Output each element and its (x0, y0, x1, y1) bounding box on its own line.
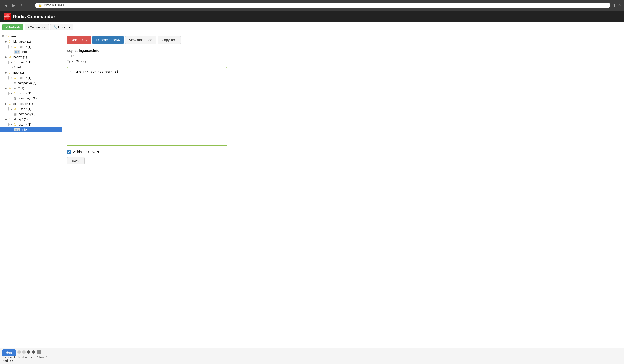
copy-text-button[interactable]: Copy Text (158, 36, 181, 44)
home-button[interactable]: ⌂ (27, 3, 33, 8)
type-label: Type: (67, 59, 75, 63)
sidebar-item-sortedset-user[interactable]: ├ ▶ 🗂 user:* (1) (0, 106, 62, 111)
validate-json-label: Validate as JSON (73, 150, 99, 154)
item-label-string-user: user:* (1) (19, 123, 31, 126)
star-icon[interactable]: ☆ (618, 3, 621, 8)
refresh-button[interactable]: ✓ Refresh (2, 24, 23, 30)
app-logo: Redis Commander (4, 13, 55, 20)
value-editor[interactable] (67, 67, 227, 146)
sidebar-item-list[interactable]: ▶ 🗂 list:* (1) (0, 70, 62, 75)
item-icon-list-user: 🗂 (13, 76, 17, 80)
commands-button[interactable]: ℹ Commands (25, 24, 49, 30)
chevron-down-icon: ▾ (69, 25, 70, 29)
item-icon-sortedset-user-companys: ▦ (14, 112, 17, 116)
address-bar[interactable]: 🔒 127.0.0.1:8081 (35, 3, 610, 8)
url-text: 127.0.0.1:8081 (44, 3, 64, 7)
sidebar-item-bitmaps-user[interactable]: ├ ▶ 🗂 user:* (1) (0, 44, 62, 49)
refresh-label: Refresh (9, 25, 20, 29)
item-label-bitmaps-user-info: info (22, 50, 27, 53)
redis-prompt[interactable]: redis> (2, 359, 622, 363)
decode-button[interactable]: Decode base64 (92, 36, 123, 44)
item-label-sortedset-user: user:* (1) (19, 107, 31, 111)
sidebar-item-hash-user[interactable]: ├ ▶ 🗂 user:* (1) (0, 59, 62, 65)
item-label-bitmaps-user: user:* (1) (19, 45, 31, 49)
svg-marker-3 (4, 16, 6, 18)
expand-icon: ▶ (5, 40, 7, 43)
item-icon-string-user: 🗂 (13, 123, 17, 126)
svg-marker-2 (5, 17, 10, 19)
forward-button[interactable]: ▶ (11, 3, 17, 8)
view-mode-button[interactable]: View mode tree (125, 36, 156, 44)
reload-button[interactable]: ↻ (19, 3, 25, 8)
tree-connector: ├ (8, 92, 10, 95)
back-button[interactable]: ◀ (3, 3, 9, 8)
key-label: Key: (67, 49, 74, 52)
dot-medium (22, 350, 26, 354)
browser-bar: ◀ ▶ ↻ ⌂ 🔒 127.0.0.1:8081 ⬆ ☆ (0, 0, 624, 10)
item-icon-sortedset: 🗂 (8, 102, 11, 105)
item-label-sortedset: sortedset:* (1) (13, 102, 33, 105)
sidebar-item-set[interactable]: ▶ 🗂 set:* (1) (0, 85, 62, 91)
instance-row: dem (2, 349, 622, 354)
content-area: Delete Key Decode base64 View mode tree … (62, 32, 624, 348)
item-label-string: string:* (1) (13, 117, 28, 121)
sidebar-item-sortedset-user-companys[interactable]: └ ▦ companys (3) (0, 111, 62, 116)
item-label-hash: hash:* (1) (13, 55, 27, 59)
item-icon-sortedset-user: 🗂 (13, 107, 17, 111)
tree-connector: ├ (8, 76, 10, 79)
main-layout: ▼ 🗂 dem ▶ 🗂 bitmaps:* (1) ├ ▶ 🗂 user:* (… (0, 32, 624, 348)
refresh-icon: ✓ (5, 25, 8, 29)
sidebar-item-bitmaps[interactable]: ▶ 🗂 bitmaps:* (1) (0, 39, 62, 44)
sidebar-root[interactable]: ▼ 🗂 dem (0, 33, 62, 39)
expand-icon: ▶ (10, 108, 12, 110)
item-icon-string: 🗂 (8, 117, 11, 121)
sidebar-item-set-user-companys[interactable]: └ {} companys (3) (0, 96, 62, 101)
item-icon-bitmaps-user-info: abc (14, 50, 20, 53)
sidebar-item-string-user-info[interactable]: └ abc info (0, 127, 62, 132)
share-icon[interactable]: ⬆ (613, 3, 616, 8)
expand-icon: ▶ (5, 102, 7, 105)
item-label-list-user: user:* (1) (19, 76, 31, 80)
sidebar-item-sortedset[interactable]: ▶ 🗂 sortedset:* (1) (0, 101, 62, 106)
item-icon-hash-user: 🗂 (13, 60, 17, 64)
lock-icon: 🔒 (38, 3, 42, 7)
item-label-hash-user-info: info (17, 66, 23, 69)
type-value: String (76, 59, 86, 63)
item-icon-set-user: 🗂 (13, 91, 17, 95)
item-label-hash-user: user:* (1) (19, 60, 31, 64)
item-icon-list-user-companys: ≡ (14, 81, 16, 85)
tree-connector: └ (11, 97, 13, 100)
dot-light (17, 350, 21, 354)
validate-row: Validate as JSON (67, 150, 619, 154)
more-label: More... (58, 25, 68, 29)
item-label-string-user-info: info (22, 128, 27, 131)
delete-key-button[interactable]: Delete Key (67, 36, 91, 44)
sidebar-item-hash[interactable]: ▶ 🗂 hash:* (1) (0, 54, 62, 59)
tree-container: ▶ 🗂 bitmaps:* (1) ├ ▶ 🗂 user:* (1) └ abc… (0, 39, 62, 132)
save-button[interactable]: Save (67, 157, 85, 164)
item-icon-set-user-companys: {} (14, 97, 16, 100)
item-icon-hash-user-info: # (14, 66, 16, 69)
validate-json-checkbox[interactable] (67, 150, 71, 154)
expand-icon: ▶ (5, 71, 7, 74)
item-icon-string-user-info: abc (14, 128, 20, 131)
tree-connector: ├ (8, 45, 10, 48)
item-icon-list: 🗂 (8, 71, 11, 74)
action-buttons: Delete Key Decode base64 View mode tree … (67, 36, 619, 44)
sidebar-item-hash-user-info[interactable]: └ # info (0, 65, 62, 70)
dot-dark2 (32, 350, 35, 354)
instance-controls (17, 350, 41, 354)
tree-connector: ├ (8, 107, 10, 110)
sidebar-item-bitmaps-user-info[interactable]: └ abc info (0, 49, 62, 54)
sidebar-item-list-user-companys[interactable]: └ ≡ companys (4) (0, 80, 62, 85)
key-value: string:user:info (75, 49, 99, 52)
sidebar-item-string[interactable]: ▶ 🗂 string:* (1) (0, 116, 62, 122)
sidebar-item-set-user[interactable]: ├ ▶ 🗂 user:* (1) (0, 91, 62, 96)
item-icon-hash: 🗂 (8, 55, 11, 59)
sidebar-item-list-user[interactable]: ├ ▶ 🗂 user:* (1) (0, 75, 62, 80)
tree-connector: └ (11, 113, 13, 115)
instance-tab[interactable]: dem (2, 349, 16, 356)
rect-control (37, 350, 41, 354)
sidebar-item-string-user[interactable]: ├ ▶ 🗂 user:* (1) (0, 122, 62, 127)
more-button[interactable]: 🔧 More... ▾ (50, 24, 73, 30)
